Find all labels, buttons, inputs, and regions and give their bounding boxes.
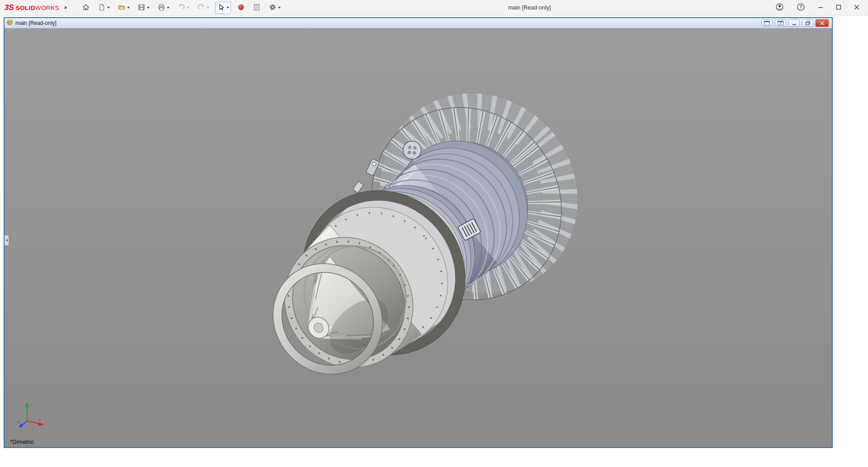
save-icon	[137, 3, 146, 13]
engine-model[interactable]	[5, 29, 832, 447]
window-pane-left-icon	[764, 20, 770, 27]
triad-y-label: y	[30, 402, 32, 407]
doc-window-pane-right-button[interactable]	[775, 19, 786, 27]
select-dropdown-icon[interactable]	[226, 7, 229, 9]
doc-close-button[interactable]	[816, 19, 829, 27]
print-icon	[157, 3, 165, 13]
view-orientation-label: *Dimetric	[10, 438, 34, 445]
brand-works: WORKS	[35, 5, 59, 11]
document-window: main [Read-only]	[4, 17, 833, 448]
app-titlebar: 3SSOLIDWORKS	[0, 0, 868, 16]
doc-minimize-icon	[792, 20, 797, 27]
redo-button[interactable]	[195, 2, 211, 14]
redo-icon	[197, 3, 205, 13]
document-title: main [Read-only]	[15, 20, 57, 26]
window-title: main [Read-only]	[508, 5, 551, 11]
ds-mark: 3S	[5, 3, 14, 12]
open-button[interactable]	[116, 2, 132, 14]
help-icon: ?	[797, 3, 805, 13]
select-cursor-icon	[217, 3, 225, 13]
brand-solid: SOLID	[16, 5, 35, 11]
open-dropdown-icon[interactable]	[127, 7, 130, 9]
undo-dropdown-icon[interactable]	[187, 7, 189, 9]
collapse-arrow-icon	[6, 239, 8, 242]
doc-restore-button[interactable]	[802, 19, 813, 27]
doc-minimize-button[interactable]	[788, 19, 800, 27]
solidworks-logo: 3SSOLIDWORKS	[0, 3, 61, 12]
svg-text:?: ?	[799, 5, 802, 10]
doc-close-icon	[820, 20, 825, 27]
property-manager-button[interactable]	[251, 2, 263, 14]
document-titlebar[interactable]: main [Read-only]	[5, 18, 832, 29]
triad-x-label: x	[39, 418, 41, 422]
maximize-icon	[836, 5, 841, 11]
select-tool-button[interactable]	[215, 2, 231, 14]
account-button[interactable]	[772, 2, 787, 14]
quick-access-toolbar	[80, 2, 287, 14]
gear-icon	[269, 3, 277, 13]
minimize-button[interactable]	[815, 4, 826, 12]
options-button[interactable]	[267, 2, 283, 14]
print-button[interactable]	[156, 2, 171, 14]
property-manager-icon	[253, 3, 261, 13]
close-icon	[854, 5, 859, 11]
new-document-dropdown-icon[interactable]	[107, 7, 110, 9]
assembly-icon	[6, 19, 13, 28]
mouse-gestures-icon	[237, 3, 245, 13]
undo-button[interactable]	[175, 2, 191, 14]
print-dropdown-icon[interactable]	[167, 7, 170, 9]
reference-triad: y x z	[16, 400, 46, 430]
maximize-button[interactable]	[833, 4, 844, 12]
close-button[interactable]	[851, 4, 863, 12]
window-pane-right-icon	[778, 20, 783, 27]
new-document-icon	[98, 3, 106, 13]
open-folder-icon	[118, 3, 126, 13]
mdi-client-area: main [Read-only]	[0, 15, 868, 467]
document-window-controls	[761, 19, 830, 27]
titlebar-right-controls: ?	[772, 2, 868, 14]
minimize-icon	[818, 5, 823, 11]
undo-icon	[177, 3, 185, 13]
graphics-viewport[interactable]: y x z *Dimetric	[5, 29, 832, 447]
doc-window-pane-left-button[interactable]	[761, 19, 773, 27]
account-icon	[775, 3, 784, 13]
save-button[interactable]	[136, 2, 151, 14]
save-dropdown-icon[interactable]	[147, 7, 150, 9]
home-button[interactable]	[80, 2, 92, 14]
help-button[interactable]: ?	[793, 2, 808, 14]
featuremanager-collapsed-tab[interactable]	[5, 235, 9, 246]
home-icon	[82, 3, 90, 13]
mouse-gestures-button[interactable]	[235, 2, 247, 14]
redo-dropdown-icon[interactable]	[207, 7, 209, 9]
options-dropdown-icon[interactable]	[278, 7, 281, 9]
menu-expand-icon[interactable]	[65, 6, 67, 10]
triad-z-label: z	[17, 420, 19, 424]
doc-restore-icon	[805, 20, 811, 27]
new-document-button[interactable]	[96, 2, 112, 14]
